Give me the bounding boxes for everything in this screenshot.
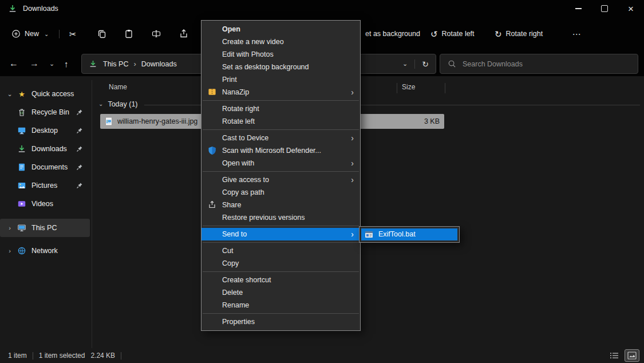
rename-button[interactable] <box>147 25 166 42</box>
search-input[interactable] <box>461 60 630 69</box>
refresh-icon[interactable]: ↻ <box>422 60 429 69</box>
cut-button[interactable]: ✂ <box>65 25 81 42</box>
address-dropdown-icon[interactable]: ⌄ <box>402 60 408 68</box>
close-icon: × <box>628 4 634 14</box>
this-pc-icon <box>17 223 26 232</box>
submenu-arrow-icon: › <box>351 173 354 186</box>
documents-icon <box>17 163 26 172</box>
nanazip-icon <box>208 88 216 96</box>
menu-separator <box>203 100 359 101</box>
up-button[interactable]: ↑ <box>64 59 69 68</box>
file-size: 3 KB <box>424 117 440 125</box>
details-view-button[interactable] <box>607 349 622 362</box>
menu-item-restore-previous-versions[interactable]: Restore previous versions <box>202 211 360 224</box>
submenu-arrow-icon: › <box>351 157 354 169</box>
pin-icon <box>76 182 83 189</box>
menu-item-create-new-video[interactable]: Create a new video <box>202 35 360 48</box>
back-button[interactable]: ← <box>9 59 18 68</box>
submenu-arrow-icon: › <box>351 86 354 98</box>
menu-item-rotate-left[interactable]: Rotate left <box>202 115 360 128</box>
thumbnail-view-button[interactable] <box>625 349 639 362</box>
sidebar-item-pictures[interactable]: Pictures <box>0 176 90 195</box>
menu-item-nanazip[interactable]: NanaZip › <box>202 86 360 98</box>
downloads-icon <box>17 144 26 153</box>
menu-item-share[interactable]: Share <box>202 199 360 211</box>
column-header-name[interactable]: Name <box>109 83 127 91</box>
set-as-background-label: et as background <box>365 30 420 38</box>
sidebar-item-videos[interactable]: Videos <box>0 195 90 213</box>
menu-item-edit-with-photos[interactable]: Edit with Photos <box>202 48 360 61</box>
sidebar-item-downloads[interactable]: Downloads <box>0 140 90 158</box>
rotate-right-icon: ↻ <box>495 30 502 38</box>
titlebar: Downloads × <box>0 0 644 17</box>
navigation-pane: ⌄ ★ Quick access Recycle Bin Desktop Dow… <box>0 85 92 260</box>
group-header-today[interactable]: ⌄ Today (1) <box>98 100 138 108</box>
sidebar-item-recycle-bin[interactable]: Recycle Bin <box>0 103 90 121</box>
chevron-down-icon[interactable]: ⌄ <box>6 91 14 97</box>
menu-item-give-access-to[interactable]: Give access to › <box>202 173 360 186</box>
minimize-button[interactable] <box>565 0 591 17</box>
menu-item-send-to[interactable]: Send to › <box>202 228 360 240</box>
column-divider[interactable] <box>397 83 397 93</box>
rotate-left-icon: ↺ <box>430 30 438 38</box>
more-options-button[interactable]: ⋯ <box>563 25 590 42</box>
rotate-right-button[interactable]: ↻ Rotate right <box>490 25 547 42</box>
recent-locations-button[interactable]: ⌄ <box>49 60 54 66</box>
menu-item-copy-as-path[interactable]: Copy as path <box>202 186 360 199</box>
menu-item-cast-to-device[interactable]: Cast to Device › <box>202 132 360 144</box>
videos-icon <box>17 199 26 208</box>
breadcrumb-downloads[interactable]: Downloads <box>141 60 177 68</box>
menu-item-delete[interactable]: Delete <box>202 286 360 299</box>
chevron-right-icon[interactable]: › <box>6 225 14 231</box>
menu-item-properties[interactable]: Properties <box>202 315 360 328</box>
share-button[interactable] <box>174 25 193 42</box>
maximize-button[interactable] <box>591 0 618 17</box>
address-bar-controls: ⌄ ↻ <box>402 60 436 69</box>
close-button[interactable]: × <box>618 0 644 17</box>
column-header-size[interactable]: Size <box>402 83 415 91</box>
sidebar-item-quick-access[interactable]: ⌄ ★ Quick access <box>0 85 90 103</box>
column-divider[interactable] <box>445 83 445 93</box>
search-icon <box>448 60 456 68</box>
menu-item-open[interactable]: Open <box>202 23 360 35</box>
menu-item-scan-with-defender[interactable]: Scan with Microsoft Defender... <box>202 144 360 157</box>
menu-item-create-shortcut[interactable]: Create shortcut <box>202 274 360 286</box>
plus-circle-icon <box>11 29 21 38</box>
menu-item-cut[interactable]: Cut <box>202 244 360 257</box>
more-icon: ⋯ <box>572 30 581 38</box>
status-bar: 1 item 1 item selected 2.24 KB <box>0 348 644 363</box>
menu-separator <box>203 171 359 172</box>
downloads-folder-icon <box>89 60 97 68</box>
search-box[interactable] <box>440 54 638 74</box>
menu-item-rename[interactable]: Rename <box>202 299 360 311</box>
sidebar-item-desktop[interactable]: Desktop <box>0 121 90 140</box>
menu-item-copy[interactable]: Copy <box>202 257 360 270</box>
new-button[interactable]: New ⌄ <box>7 25 53 42</box>
sidebar-item-network[interactable]: › Network <box>0 242 90 260</box>
breadcrumb-this-pc[interactable]: This PC <box>103 60 128 68</box>
group-label: Today (1) <box>108 100 137 108</box>
forward-button[interactable]: → <box>30 59 39 68</box>
menu-separator <box>203 271 359 272</box>
sidebar-item-this-pc[interactable]: › This PC <box>0 219 90 237</box>
chevron-down-icon[interactable]: ⌄ <box>98 101 103 107</box>
menu-item-open-with[interactable]: Open with › <box>202 157 360 169</box>
chevron-right-icon[interactable]: › <box>6 248 14 254</box>
menu-item-rotate-right[interactable]: Rotate right <box>202 102 360 115</box>
submenu-item-exiftool[interactable]: ExifTool.bat <box>361 228 457 240</box>
set-as-background-button[interactable]: et as background <box>361 25 425 42</box>
send-to-submenu: ExifTool.bat <box>359 226 460 243</box>
rotate-right-label: Rotate right <box>506 30 543 38</box>
menu-item-print[interactable]: Print <box>202 73 360 86</box>
status-selection-count: 1 item selected <box>39 352 85 360</box>
menu-item-set-as-desktop-background[interactable]: Set as desktop background <box>202 61 360 73</box>
paste-button[interactable] <box>119 25 139 42</box>
defender-shield-icon <box>208 146 216 155</box>
status-selection-size: 2.24 KB <box>90 352 115 360</box>
rename-icon <box>151 29 161 39</box>
rotate-left-button[interactable]: ↺ Rotate left <box>426 25 479 42</box>
copy-button[interactable] <box>92 25 112 42</box>
submenu-arrow-icon: › <box>351 228 354 240</box>
sidebar-item-documents[interactable]: Documents <box>0 158 90 176</box>
paste-icon <box>124 29 134 39</box>
